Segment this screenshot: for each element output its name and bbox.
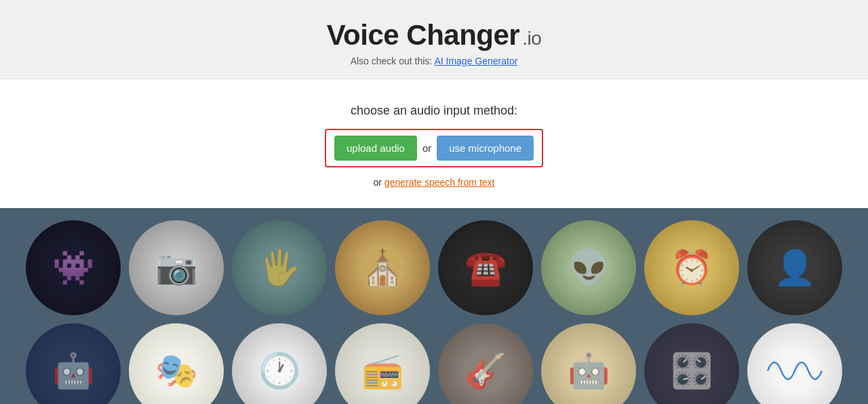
list-item[interactable]: 🖐️ bbox=[232, 220, 327, 315]
title-text: Voice Changer bbox=[327, 19, 519, 51]
list-item[interactable]: 📷 bbox=[129, 220, 224, 315]
waveform-icon bbox=[764, 350, 825, 391]
list-item[interactable]: 🕐 bbox=[232, 323, 327, 404]
list-item[interactable]: ⏰ bbox=[644, 220, 739, 315]
list-item[interactable]: ⛪ bbox=[335, 220, 430, 315]
list-item[interactable]: 📻 bbox=[335, 323, 430, 404]
audio-input-selector: upload audio or use microphone bbox=[325, 129, 543, 167]
list-item[interactable]: 🎭 bbox=[129, 323, 224, 404]
gallery-row-2: 🤖 🎭 🕐 📻 🎸 🤖 🎛️ bbox=[14, 323, 854, 404]
site-title: Voice Changer.io bbox=[14, 19, 854, 52]
main-content: choose an audio input method: upload aud… bbox=[0, 79, 868, 208]
list-item[interactable]: 🎸 bbox=[438, 323, 533, 404]
generate-speech-link[interactable]: generate speech from text bbox=[384, 177, 495, 188]
or-separator-1: or bbox=[422, 142, 431, 154]
use-microphone-button[interactable]: use microphone bbox=[437, 136, 534, 161]
list-item[interactable]: ☎️ bbox=[438, 220, 533, 315]
or-separator-2: or bbox=[374, 177, 382, 188]
list-item[interactable]: 👤 bbox=[747, 220, 842, 315]
title-tld: .io bbox=[522, 28, 541, 49]
subtitle: Also check out this: AI Image Generator bbox=[14, 56, 854, 66]
choose-label: choose an audio input method: bbox=[14, 104, 854, 118]
list-item[interactable]: 🤖 bbox=[541, 323, 636, 404]
gallery-row-1: 👾 📷 🖐️ ⛪ ☎️ 👽 ⏰ 👤 bbox=[14, 220, 854, 315]
effects-gallery: 👾 📷 🖐️ ⛪ ☎️ 👽 ⏰ 👤 🤖 🎭 🕐 bbox=[0, 208, 868, 404]
subtitle-text: Also check out this: bbox=[351, 56, 433, 66]
list-item[interactable]: 🎛️ bbox=[644, 323, 739, 404]
list-item[interactable] bbox=[747, 323, 842, 404]
list-item[interactable]: 👾 bbox=[26, 220, 121, 315]
upload-audio-button[interactable]: upload audio bbox=[334, 136, 417, 161]
header: Voice Changer.io Also check out this: AI… bbox=[0, 0, 868, 79]
ai-image-generator-link[interactable]: AI Image Generator bbox=[434, 56, 517, 66]
list-item[interactable]: 👽 bbox=[541, 220, 636, 315]
list-item[interactable]: 🤖 bbox=[26, 323, 121, 404]
generate-link-row: or generate speech from text bbox=[14, 177, 854, 188]
